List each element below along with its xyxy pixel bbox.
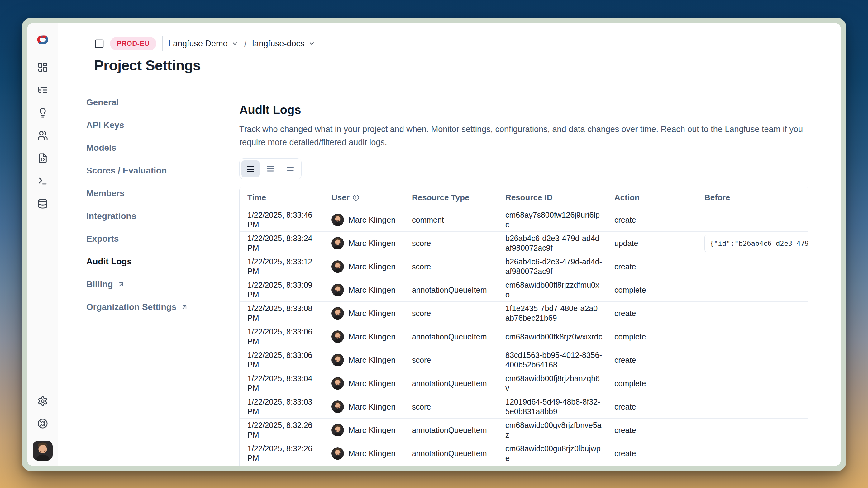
cell-resource-id: 83cd1563-bb95-4012-8356-400b52b64168 — [498, 349, 607, 371]
cell-before — [696, 395, 808, 418]
page-header: PROD-EU Langfuse Demo / langfuse-docs Pr… — [58, 23, 841, 73]
table-row[interactable]: 1/22/2025, 8:32:26 PM Marc Klingen annot… — [240, 419, 808, 442]
cell-before — [696, 325, 808, 348]
user-name: Marc Klingen — [348, 308, 396, 318]
user-avatar[interactable] — [33, 441, 53, 461]
user-name: Marc Klingen — [348, 449, 396, 458]
column-header-resource-type: Resource Type — [404, 193, 498, 202]
settings-nav-exports[interactable]: Exports — [86, 234, 231, 243]
cell-before — [696, 349, 808, 371]
breadcrumb: PROD-EU Langfuse Demo / langfuse-docs — [94, 35, 841, 52]
before-json-chip[interactable]: {"id":"b26ab4c6-d2e3-479d-a — [705, 234, 808, 252]
users-icon[interactable] — [37, 130, 48, 141]
user-avatar — [332, 447, 344, 460]
user-name: Marc Klingen — [348, 379, 396, 388]
cell-user: Marc Klingen — [324, 258, 404, 275]
lightbulb-icon[interactable] — [37, 107, 48, 118]
table-row[interactable]: 1/22/2025, 8:33:12 PM Marc Klingen score… — [240, 255, 808, 279]
info-icon — [353, 194, 359, 201]
user-name: Marc Klingen — [348, 402, 396, 412]
terminal-icon[interactable] — [37, 176, 48, 186]
settings-nav-general[interactable]: General — [86, 98, 231, 107]
table-row[interactable]: 1/22/2025, 8:33:46 PM Marc Klingen comme… — [240, 208, 808, 232]
cell-resource-type: annotationQueueItem — [404, 377, 498, 390]
column-header-before: Before — [696, 193, 808, 202]
langfuse-logo-icon[interactable] — [35, 33, 50, 47]
user-name: Marc Klingen — [348, 215, 396, 225]
cell-user: Marc Klingen — [324, 329, 404, 345]
cell-action: create — [607, 354, 696, 367]
cell-before — [696, 419, 808, 442]
tracing-tree-icon[interactable] — [37, 85, 48, 95]
settings-nav-billing[interactable]: Billing — [86, 280, 231, 289]
user-avatar — [332, 424, 344, 436]
database-icon[interactable] — [37, 198, 48, 209]
column-header-time: Time — [240, 193, 324, 202]
cell-time: 1/22/2025, 8:33:03 PM — [240, 395, 324, 418]
user-avatar — [332, 377, 344, 390]
cell-time: 1/22/2025, 8:32:26 PM — [240, 465, 324, 465]
table-row[interactable]: 1/22/2025, 8:33:09 PM Marc Klingen annot… — [240, 279, 808, 302]
cell-time: 1/22/2025, 8:32:26 PM — [240, 419, 324, 442]
settings-nav-integrations[interactable]: Integrations — [86, 212, 231, 221]
cell-user: Marc Klingen — [324, 352, 404, 368]
settings-nav-audit-logs[interactable]: Audit Logs — [86, 257, 231, 266]
cell-time: 1/22/2025, 8:33:12 PM — [240, 255, 324, 278]
project-switcher[interactable]: langfuse-docs — [252, 39, 315, 48]
user-avatar — [332, 260, 344, 273]
settings-nav-organization-settings[interactable]: Organization Settings — [86, 302, 231, 312]
row-height-tall-icon[interactable] — [281, 160, 300, 177]
settings-nav-api-keys[interactable]: API Keys — [86, 121, 231, 130]
cell-resource-id: cm68awidc00gt8rjzw2fkm8bo — [498, 465, 607, 465]
table-row[interactable]: 1/22/2025, 8:33:24 PM Marc Klingen score… — [240, 232, 808, 255]
settings-nav-models[interactable]: Models — [86, 143, 231, 153]
cell-user: Marc Klingen — [324, 399, 404, 415]
org-name: Langfuse Demo — [168, 39, 228, 48]
external-link-icon — [181, 303, 188, 311]
cell-action: create — [607, 400, 696, 414]
external-link-icon — [118, 281, 125, 288]
table-row[interactable]: 1/22/2025, 8:33:08 PM Marc Klingen score… — [240, 302, 808, 325]
cell-time: 1/22/2025, 8:33:06 PM — [240, 325, 324, 348]
cell-resource-id: cm68awidc00gv8rjzfbnve5az — [498, 419, 607, 442]
project-name: langfuse-docs — [252, 39, 304, 48]
cell-resource-id: 12019d64-5d49-48b8-8f32-5e0b831a8bb9 — [498, 395, 607, 418]
table-row[interactable]: 1/22/2025, 8:33:06 PM Marc Klingen score… — [240, 349, 808, 372]
support-lifebuoy-icon[interactable] — [37, 418, 48, 429]
cell-action: complete — [607, 330, 696, 344]
table-row[interactable]: 1/22/2025, 8:32:26 PM Marc Klingen annot… — [240, 442, 808, 465]
user-avatar — [332, 354, 344, 366]
settings-gear-icon[interactable] — [37, 396, 48, 406]
audit-logs-title: Audit Logs — [239, 103, 808, 117]
user-name: Marc Klingen — [348, 262, 396, 271]
column-header-resource-id: Resource ID — [498, 193, 607, 202]
settings-nav-scores-evaluation[interactable]: Scores / Evaluation — [86, 166, 231, 175]
cell-before — [696, 255, 808, 278]
dashboard-icon[interactable] — [37, 62, 48, 72]
file-code-icon[interactable] — [37, 153, 48, 163]
cell-time: 1/22/2025, 8:33:06 PM — [240, 349, 324, 371]
row-height-medium-icon[interactable] — [261, 160, 279, 177]
cell-resource-type: annotationQueueItem — [404, 330, 498, 344]
settings-nav-members[interactable]: Members — [86, 189, 231, 198]
table-row[interactable]: 1/22/2025, 8:32:26 PM Marc Klingen annot… — [240, 465, 808, 465]
table-row[interactable]: 1/22/2025, 8:33:06 PM Marc Klingen annot… — [240, 325, 808, 349]
table-row[interactable]: 1/22/2025, 8:33:03 PM Marc Klingen score… — [240, 395, 808, 419]
org-switcher[interactable]: Langfuse Demo — [168, 39, 238, 48]
cell-user: Marc Klingen — [324, 212, 404, 228]
user-name: Marc Klingen — [348, 332, 396, 341]
cell-action: create — [607, 424, 696, 437]
cell-resource-id: b26ab4c6-d2e3-479d-ad4d-af980072ac9f — [498, 255, 607, 278]
user-name: Marc Klingen — [348, 425, 396, 435]
cell-resource-type: annotationQueueItem — [404, 283, 498, 297]
cell-resource-id: cm68awidb00fl8rjzzdfmu0xo — [498, 279, 607, 301]
cell-user: Marc Klingen — [324, 235, 404, 251]
user-avatar — [332, 400, 344, 413]
sidebar-toggle-icon[interactable] — [94, 39, 104, 49]
table-row[interactable]: 1/22/2025, 8:33:04 PM Marc Klingen annot… — [240, 372, 808, 395]
column-header-action: Action — [607, 193, 696, 202]
row-height-dense-icon[interactable] — [242, 160, 259, 177]
cell-resource-type: score — [404, 354, 498, 367]
chevron-down-icon — [231, 40, 238, 47]
cell-time: 1/22/2025, 8:33:09 PM — [240, 279, 324, 301]
